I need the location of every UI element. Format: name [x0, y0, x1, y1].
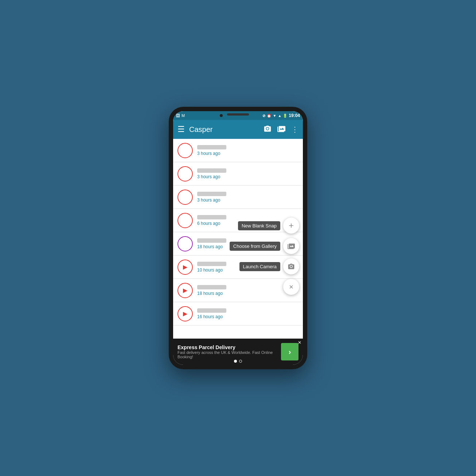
avatar-circle-4	[177, 213, 193, 228]
item-time-2: 3 hours ago	[197, 174, 226, 179]
more-icon[interactable]: ⋮	[291, 125, 299, 134]
play-icon-7: ▶	[183, 287, 187, 294]
status-bar-left: 🖼 M	[176, 113, 185, 118]
list-item[interactable]: ▶ 16 hours ago	[173, 302, 303, 325]
phone-device: 🖼 M ⊘ ⏰ ▼ ▲ 🔋 19:04 ☰ Casper	[169, 107, 307, 369]
wifi-icon: ▼	[273, 114, 276, 118]
choose-from-gallery-button[interactable]	[283, 238, 299, 254]
contact-name-3	[197, 192, 226, 196]
item-text-7: 18 hours ago	[197, 285, 226, 296]
avatar-circle-1	[177, 143, 193, 158]
avatar-circle-5	[177, 236, 193, 251]
item-time-3: 3 hours ago	[197, 198, 226, 203]
item-time-4: 6 hours ago	[197, 221, 226, 226]
phone-screen: 🖼 M ⊘ ⏰ ▼ ▲ 🔋 19:04 ☰ Casper	[173, 111, 303, 365]
list-item[interactable]: 3 hours ago	[173, 139, 303, 162]
content-area: 3 hours ago 3 hours ago 3 ho	[173, 139, 303, 339]
block-icon: ⊘	[262, 114, 265, 118]
item-text-4: 6 hours ago	[197, 215, 226, 226]
img-icon: 🖼	[176, 113, 180, 118]
item-text-8: 16 hours ago	[197, 308, 226, 319]
play-icon-8: ▶	[183, 310, 187, 317]
fab-label-new-blank-snap: New Blank Snap	[238, 221, 280, 230]
ad-banner: Express Parcel Delivery Fast delivery ac…	[173, 339, 303, 365]
gmail-icon: M	[182, 113, 185, 118]
item-text-2: 3 hours ago	[197, 168, 226, 179]
item-text-3: 3 hours ago	[197, 192, 226, 203]
battery-icon: 🔋	[283, 114, 287, 118]
gallery-icon[interactable]	[277, 125, 285, 134]
avatar-circle-3	[177, 190, 193, 205]
fab-label-launch-camera: Launch Camera	[239, 262, 281, 271]
fab-close-item: ×	[283, 279, 299, 295]
ad-dot-2	[239, 360, 242, 363]
camera-icon[interactable]	[264, 125, 272, 134]
fab-overlay: New Blank Snap Choose from Gallery Launc…	[230, 218, 299, 295]
avatar-circle-7: ▶	[177, 283, 193, 298]
item-time-7: 18 hours ago	[197, 291, 226, 296]
ad-subtitle: Fast delivery across the UK & Worldwide.…	[177, 350, 278, 359]
ad-text: Express Parcel Delivery Fast delivery ac…	[177, 344, 278, 359]
avatar-circle-6: ▶	[177, 260, 193, 275]
signal-icon: ▲	[278, 114, 281, 118]
list-item[interactable]: 3 hours ago	[173, 186, 303, 209]
clock: 19:04	[289, 113, 300, 118]
launch-camera-button[interactable]	[283, 258, 299, 274]
item-text-6: 10 hours ago	[197, 262, 226, 273]
item-time-5: 18 hours ago	[197, 244, 226, 249]
new-blank-snap-button[interactable]	[283, 218, 299, 234]
alarm-icon: ⏰	[267, 114, 271, 118]
status-bar-right: ⊘ ⏰ ▼ ▲ 🔋 19:04	[262, 113, 300, 118]
contact-name-4	[197, 215, 226, 219]
fab-new-blank-snap: New Blank Snap	[238, 218, 299, 234]
ad-cta-button[interactable]: ›	[281, 343, 299, 360]
toolbar: ☰ Casper ⋮	[173, 120, 303, 139]
contact-name-6	[197, 262, 226, 266]
item-text-5: 18 hours ago	[197, 238, 226, 249]
avatar-circle-8: ▶	[177, 306, 193, 321]
item-time-1: 3 hours ago	[197, 151, 226, 156]
item-time-6: 10 hours ago	[197, 268, 226, 273]
fab-label-choose-gallery: Choose from Gallery	[230, 242, 280, 251]
phone-speaker	[227, 113, 249, 116]
toolbar-actions: ⋮	[264, 125, 299, 134]
menu-icon[interactable]: ☰	[177, 125, 185, 133]
phone-camera	[220, 114, 223, 117]
fab-launch-camera: Launch Camera	[239, 258, 300, 274]
list-item[interactable]: 3 hours ago	[173, 162, 303, 186]
ad-dot-1	[234, 360, 237, 363]
item-time-8: 16 hours ago	[197, 314, 226, 319]
close-fab-icon: ×	[289, 283, 293, 291]
fab-close-button[interactable]: ×	[283, 279, 299, 295]
item-text-1: 3 hours ago	[197, 145, 226, 156]
app-title: Casper	[189, 125, 264, 134]
fab-choose-gallery: Choose from Gallery	[230, 238, 299, 254]
ad-title: Express Parcel Delivery	[177, 344, 278, 350]
contact-name-8	[197, 308, 226, 313]
play-icon-6: ▶	[183, 264, 187, 270]
contact-name-2	[197, 168, 226, 173]
ad-pagination	[234, 360, 242, 363]
contact-name-1	[197, 145, 226, 149]
avatar-circle-2	[177, 166, 193, 182]
ad-close-button[interactable]: ✕	[298, 340, 301, 345]
contact-name-5	[197, 238, 226, 243]
contact-name-7	[197, 285, 226, 289]
status-bar: 🖼 M ⊘ ⏰ ▼ ▲ 🔋 19:04	[173, 111, 303, 120]
